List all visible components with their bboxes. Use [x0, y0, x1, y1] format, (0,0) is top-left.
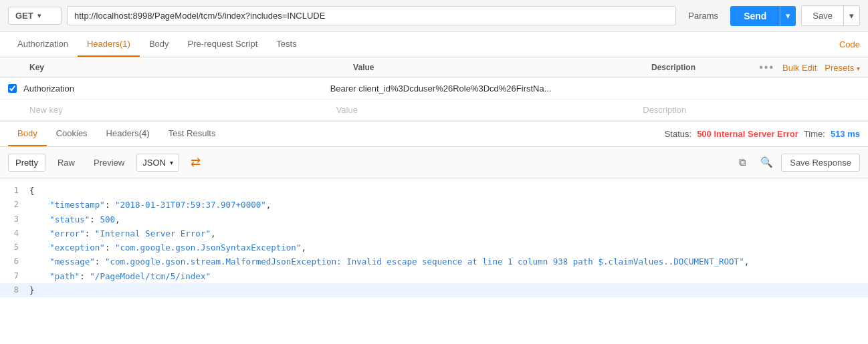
top-bar: GET ▾ Params Send ▾ Save ▾: [0, 0, 868, 32]
header-row: Authorization Bearer client_id%3Dcduser%…: [0, 78, 868, 100]
send-dropdown[interactable]: ▾: [780, 6, 796, 26]
code-line-3: 3 "status": 500,: [0, 212, 868, 226]
url-input[interactable]: [67, 6, 676, 25]
method-label: GET: [15, 11, 33, 21]
code-line-1: 1 {: [0, 184, 868, 198]
new-value-input[interactable]: Value: [336, 105, 643, 115]
search-icon[interactable]: 🔍: [757, 153, 776, 172]
bulk-edit-button[interactable]: Bulk Edit: [782, 63, 817, 73]
status-bar: Status: 500 Internal Server Error Time: …: [665, 129, 860, 139]
format-select[interactable]: JSON ▾: [136, 154, 179, 172]
pretty-button[interactable]: Pretty: [8, 154, 45, 172]
time-value: 513 ms: [831, 129, 860, 139]
tab-response-cookies[interactable]: Cookies: [47, 122, 97, 146]
code-line-5: 5 "exception": "com.google.gson.JsonSynt…: [0, 240, 868, 254]
new-key-input[interactable]: New key: [29, 105, 336, 115]
time-label: Time:: [804, 129, 825, 139]
save-dropdown[interactable]: ▾: [843, 6, 859, 25]
col-value-header: Value: [353, 63, 651, 72]
params-button[interactable]: Params: [681, 7, 725, 25]
method-select[interactable]: GET ▾: [8, 7, 62, 25]
tab-response-headers[interactable]: Headers(4): [97, 122, 159, 146]
tab-headers[interactable]: Headers(1): [78, 32, 140, 57]
tab-test-results[interactable]: Test Results: [159, 122, 225, 146]
send-button-group: Send ▾: [730, 6, 796, 26]
response-tabs-bar: Body Cookies Headers(4) Test Results Sta…: [0, 122, 868, 147]
code-line-8: 8 }: [0, 283, 868, 297]
new-desc-input[interactable]: Description: [643, 105, 860, 115]
header-actions: ••• Bulk Edit Presets ▾: [759, 61, 860, 73]
code-line-2: 2 "timestamp": "2018-01-31T07:59:37.907+…: [0, 198, 868, 212]
tab-body[interactable]: Body: [140, 32, 179, 57]
response-section: Body Cookies Headers(4) Test Results Sta…: [0, 121, 868, 312]
send-button[interactable]: Send: [730, 6, 780, 26]
tab-tests[interactable]: Tests: [267, 32, 306, 57]
method-chevron: ▾: [37, 12, 41, 19]
status-code: 500 Internal Server Error: [697, 129, 798, 139]
save-response-button[interactable]: Save Response: [781, 154, 860, 172]
request-tabs: Authorization Headers(1) Body Pre-reques…: [0, 32, 868, 57]
copy-icon[interactable]: ⧉: [733, 153, 752, 172]
tab-response-body[interactable]: Body: [8, 122, 47, 146]
presets-button[interactable]: Presets ▾: [825, 63, 860, 73]
response-toolbar: Pretty Raw Preview JSON ▾ ⇄ ⧉ 🔍 Save Res…: [0, 147, 868, 178]
more-options[interactable]: •••: [759, 61, 774, 73]
code-link[interactable]: Code: [839, 33, 860, 56]
tab-authorization[interactable]: Authorization: [8, 32, 78, 57]
raw-button[interactable]: Raw: [51, 154, 82, 171]
save-button-group: Save ▾: [801, 5, 860, 26]
headers-table-header: Key Value Description ••• Bulk Edit Pres…: [0, 57, 868, 78]
code-line-6: 6 "message": "com.google.gson.stream.Mal…: [0, 254, 868, 269]
new-header-row: New key Value Description: [0, 100, 868, 121]
header-value[interactable]: Bearer client_id%3Dcduser%26Role%3Dcd%26…: [330, 83, 637, 94]
preview-button[interactable]: Preview: [87, 154, 131, 171]
col-description-header: Description: [651, 63, 759, 72]
code-line-7: 7 "path": "/PageModel/tcm/5/index": [0, 269, 868, 283]
save-button[interactable]: Save: [802, 6, 843, 25]
status-label: Status:: [665, 129, 691, 139]
code-line-4: 4 "error": "Internal Server Error",: [0, 226, 868, 240]
header-checkbox[interactable]: [8, 84, 17, 93]
header-key[interactable]: Authorization: [23, 83, 330, 94]
col-key-header: Key: [29, 63, 353, 72]
tab-pre-request[interactable]: Pre-request Script: [179, 32, 267, 57]
wrap-button[interactable]: ⇄: [185, 151, 207, 174]
code-viewer: 1 { 2 "timestamp": "2018-01-31T07:59:37.…: [0, 178, 868, 312]
